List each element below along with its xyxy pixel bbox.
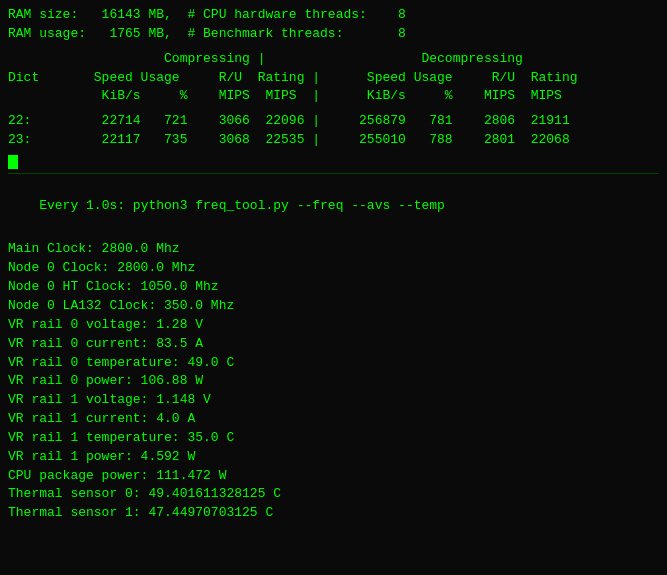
freq-line-12: CPU package power: 111.472 W [8, 467, 659, 486]
table-header2: Dict Speed Usage R/U Rating | Speed Usag… [8, 69, 659, 88]
table-header1: Compressing | Decompressing [8, 50, 659, 69]
freq-line-10: VR rail 1 temperature: 35.0 C [8, 429, 659, 448]
table-header3: KiB/s % MIPS MIPS | KiB/s % MIPS MIPS [8, 87, 659, 106]
freq-line-5: VR rail 0 current: 83.5 A [8, 335, 659, 354]
section-divider [8, 173, 659, 174]
freq-line-8: VR rail 1 voltage: 1.148 V [8, 391, 659, 410]
freq-line-3: Node 0 LA132 Clock: 350.0 Mhz [8, 297, 659, 316]
ram-cpu-info-line1: RAM size: 16143 MB, # CPU hardware threa… [8, 6, 659, 25]
freq-line-13: Thermal sensor 0: 49.401611328125 C [8, 485, 659, 504]
ram-cpu-info-line2: RAM usage: 1765 MB, # Benchmark threads:… [8, 25, 659, 44]
freq-line-9: VR rail 1 current: 4.0 A [8, 410, 659, 429]
freq-line-6: VR rail 0 temperature: 49.0 C [8, 354, 659, 373]
watch-cmd-text: Every 1.0s: python3 freq_tool.py --freq … [39, 198, 445, 213]
freq-line-2: Node 0 HT Clock: 1050.0 Mhz [8, 278, 659, 297]
freq-line-4: VR rail 0 voltage: 1.28 V [8, 316, 659, 335]
freq-line-14: Thermal sensor 1: 47.44970703125 C [8, 504, 659, 523]
table-row-23: 23: 22117 735 3068 22535 | 255010 788 28… [8, 131, 659, 150]
freq-line-1: Node 0 Clock: 2800.0 Mhz [8, 259, 659, 278]
freq-line-7: VR rail 0 power: 106.88 W [8, 372, 659, 391]
table-row-22: 22: 22714 721 3066 22096 | 256879 781 28… [8, 112, 659, 131]
watch-command-header: Every 1.0s: python3 freq_tool.py --freq … [8, 178, 659, 235]
terminal-cursor [8, 155, 18, 169]
freq-line-0: Main Clock: 2800.0 Mhz [8, 240, 659, 259]
freq-line-11: VR rail 1 power: 4.592 W [8, 448, 659, 467]
terminal-window: RAM size: 16143 MB, # CPU hardware threa… [0, 0, 667, 575]
